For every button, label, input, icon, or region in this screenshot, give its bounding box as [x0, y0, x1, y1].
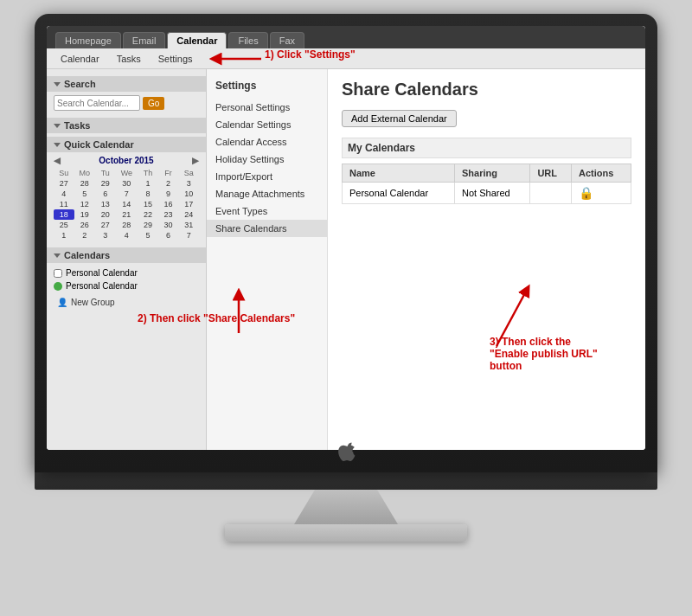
- row-url: [530, 183, 572, 204]
- settings-access[interactable]: Calendar Access: [207, 133, 327, 151]
- cal-day[interactable]: 22: [138, 209, 158, 220]
- cal-day[interactable]: 30: [115, 178, 138, 189]
- cal-prev-btn[interactable]: ◀: [54, 156, 61, 165]
- settings-import-export[interactable]: Import/Export: [207, 168, 327, 185]
- search-triangle-icon: [54, 82, 61, 87]
- cal-day[interactable]: 28: [115, 220, 138, 230]
- cal-next-btn[interactable]: ▶: [192, 156, 199, 165]
- settings-attachments[interactable]: Manage Attachments: [207, 185, 327, 202]
- share-table: Name Sharing URL Actions Personal Calend…: [342, 164, 631, 204]
- cal-day[interactable]: 20: [95, 209, 116, 220]
- personal-cal-sub-label: Personal Calendar: [66, 281, 138, 291]
- personal-cal-checkbox[interactable]: [54, 269, 62, 278]
- cal-day[interactable]: 10: [178, 189, 199, 199]
- nav-tab-files[interactable]: Files: [228, 32, 267, 48]
- cal-day[interactable]: 27: [54, 178, 74, 189]
- settings-holiday[interactable]: Holiday Settings: [207, 151, 327, 168]
- cal-day[interactable]: 5: [74, 189, 95, 199]
- cal-day[interactable]: 28: [74, 178, 95, 189]
- sub-nav-settings[interactable]: Settings: [151, 52, 200, 66]
- cal-day[interactable]: 13: [95, 199, 116, 209]
- cal-day[interactable]: 15: [138, 199, 158, 209]
- nav-tab-email[interactable]: Email: [123, 32, 166, 48]
- cal-month-title: October 2015: [61, 156, 192, 165]
- cal-day[interactable]: 12: [74, 199, 95, 209]
- table-row: Personal Calendar Not Shared 🔒: [343, 183, 631, 204]
- cal-header: ◀ October 2015 ▶: [54, 156, 199, 165]
- search-input[interactable]: [54, 95, 140, 111]
- cal-day[interactable]: 7: [115, 189, 138, 199]
- cal-day[interactable]: 14: [115, 199, 138, 209]
- cal-day[interactable]: 9: [158, 189, 179, 199]
- settings-calendar[interactable]: Calendar Settings: [207, 116, 327, 133]
- tasks-section-title: Tasks: [47, 118, 206, 133]
- sub-nav-tasks[interactable]: Tasks: [110, 52, 148, 66]
- new-group-label: New Group: [71, 298, 115, 307]
- nav-tab-calendar[interactable]: Calendar: [167, 32, 227, 48]
- settings-share-calendars[interactable]: Share Calendars: [207, 220, 327, 237]
- cal-day[interactable]: 8: [138, 189, 158, 199]
- mini-calendar: ◀ October 2015 ▶ Su Mo T: [47, 152, 206, 244]
- settings-personal[interactable]: Personal Settings: [207, 99, 327, 116]
- cal-day-we: We: [115, 168, 138, 178]
- cal-day[interactable]: 11: [54, 199, 74, 209]
- cal-day[interactable]: 16: [158, 199, 179, 209]
- row-name: Personal Calendar: [343, 183, 455, 204]
- cal-day[interactable]: 1: [138, 178, 158, 189]
- cal-day[interactable]: 3: [178, 178, 199, 189]
- cal-day[interactable]: 5: [138, 230, 158, 241]
- col-name: Name: [343, 164, 455, 183]
- personal-calendar-sub-item: Personal Calendar: [54, 279, 199, 292]
- tasks-triangle-icon: [54, 124, 61, 128]
- cal-day[interactable]: 24: [178, 209, 199, 220]
- action-lock-icon[interactable]: 🔒: [579, 186, 593, 200]
- cal-day[interactable]: 27: [95, 220, 116, 230]
- add-external-calendar-button[interactable]: Add External Calendar: [342, 110, 457, 127]
- cal-day[interactable]: 19: [74, 209, 95, 220]
- new-group-icon: 👤: [57, 298, 67, 307]
- sub-nav-calendar[interactable]: Calendar: [54, 52, 106, 66]
- sub-nav: Calendar Tasks Settings: [47, 48, 645, 69]
- cal-day[interactable]: 29: [95, 178, 116, 189]
- main-layout: Search Go: [47, 69, 645, 450]
- cal-day-sa: Sa: [178, 168, 199, 178]
- cal-day[interactable]: 2: [158, 178, 179, 189]
- cal-day[interactable]: 1: [54, 230, 74, 241]
- cal-day[interactable]: 26: [74, 220, 95, 230]
- cal-day[interactable]: 25: [54, 220, 74, 230]
- cal-day[interactable]: 4: [54, 189, 74, 199]
- cal-day[interactable]: 18: [54, 209, 74, 220]
- cal-day[interactable]: 21: [115, 209, 138, 220]
- nav-tab-homepage[interactable]: Homepage: [55, 32, 121, 48]
- calendars-section-title: Calendars: [47, 247, 206, 263]
- col-url: URL: [530, 164, 572, 183]
- cal-day[interactable]: 6: [158, 230, 179, 241]
- new-group-button[interactable]: 👤 New Group: [54, 296, 199, 309]
- cal-day[interactable]: 30: [158, 220, 179, 230]
- share-title: Share Calendars: [342, 80, 631, 99]
- cal-day-mo: Mo: [74, 168, 95, 178]
- personal-cal-label: Personal Calendar: [66, 268, 138, 278]
- cal-day[interactable]: 31: [178, 220, 199, 230]
- row-action[interactable]: 🔒: [572, 183, 631, 204]
- cal-day[interactable]: 23: [158, 209, 179, 220]
- monitor-bottom: [35, 472, 657, 490]
- quick-cal-triangle-icon: [54, 143, 61, 147]
- cal-day[interactable]: 4: [115, 230, 138, 241]
- col-sharing: Sharing: [455, 164, 530, 183]
- cal-day[interactable]: 17: [178, 199, 199, 209]
- cal-day[interactable]: 3: [95, 230, 116, 241]
- search-section: Search Go: [47, 76, 206, 114]
- go-button[interactable]: Go: [143, 97, 164, 110]
- my-calendars-title: My Calendars: [342, 138, 631, 158]
- personal-cal-dot: [54, 282, 62, 291]
- cal-day[interactable]: 2: [74, 230, 95, 241]
- settings-event-types[interactable]: Event Types: [207, 202, 327, 220]
- cal-day[interactable]: 6: [95, 189, 116, 199]
- cal-day[interactable]: 7: [178, 230, 199, 241]
- cal-grid: Su Mo Tu We Th Fr Sa: [54, 168, 199, 241]
- quick-calendar-section: Quick Calendar ◀ October 2015 ▶: [47, 137, 206, 244]
- nav-tab-fax[interactable]: Fax: [270, 32, 304, 48]
- apple-logo: [336, 440, 356, 467]
- cal-day[interactable]: 29: [138, 220, 158, 230]
